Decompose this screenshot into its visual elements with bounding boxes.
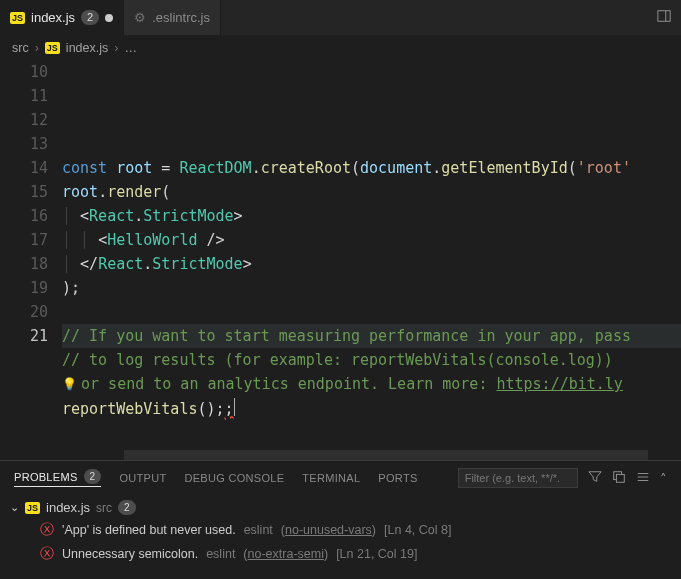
panel-tab-ports[interactable]: PORTS bbox=[378, 472, 417, 484]
line-number: 12 bbox=[0, 108, 48, 132]
gear-icon: ⚙ bbox=[134, 10, 146, 25]
problem-rule: (no-unused-vars) bbox=[281, 523, 376, 537]
problems-file-name: index.js bbox=[46, 500, 90, 515]
code-line[interactable]: // If you want to start measuring perfor… bbox=[62, 324, 681, 348]
panel-tab-debug-console[interactable]: DEBUG CONSOLE bbox=[184, 472, 284, 484]
tab-label: index.js bbox=[31, 10, 75, 25]
line-number: 17 bbox=[0, 228, 48, 252]
error-icon: ⓧ bbox=[40, 521, 54, 539]
breadcrumb-file: index.js bbox=[66, 41, 108, 55]
tab-index-js[interactable]: JS index.js 2 bbox=[0, 0, 124, 35]
split-editor-button[interactable] bbox=[647, 9, 681, 26]
problem-rule: (no-extra-semi) bbox=[243, 547, 328, 561]
code-line[interactable]: │ │ <HelloWorld /> bbox=[62, 228, 681, 252]
problems-list: ⌄ JS index.js src 2 ⓧ'App' is defined bu… bbox=[0, 495, 681, 568]
panel-tab-label: TERMINAL bbox=[302, 472, 360, 484]
tab-label: .eslintrc.js bbox=[152, 10, 210, 25]
code-area[interactable]: const root = ReactDOM.createRoot(documen… bbox=[62, 60, 681, 460]
problem-message: Unnecessary semicolon. bbox=[62, 547, 198, 561]
js-icon: JS bbox=[25, 502, 40, 514]
line-number: 14 bbox=[0, 156, 48, 180]
code-line[interactable] bbox=[62, 300, 681, 324]
problem-message: 'App' is defined but never used. bbox=[62, 523, 236, 537]
code-line[interactable]: 💡 or send to an analytics endpoint. Lear… bbox=[62, 372, 681, 397]
code-line[interactable] bbox=[62, 132, 681, 156]
svg-rect-3 bbox=[616, 474, 624, 482]
line-number: 19 bbox=[0, 276, 48, 300]
panel-tab-terminal[interactable]: TERMINAL bbox=[302, 472, 360, 484]
error-icon: ⓧ bbox=[40, 545, 54, 563]
split-editor-icon bbox=[657, 9, 671, 23]
problem-location: [Ln 21, Col 19] bbox=[336, 547, 417, 561]
code-line[interactable]: │ <React.StrictMode> bbox=[62, 204, 681, 228]
unsaved-dot-icon bbox=[105, 14, 113, 22]
code-line[interactable]: │ </React.StrictMode> bbox=[62, 252, 681, 276]
code-line[interactable]: const root = ReactDOM.createRoot(documen… bbox=[62, 156, 681, 180]
svg-rect-0 bbox=[658, 11, 670, 22]
problem-row[interactable]: ⓧUnnecessary semicolon.eslint(no-extra-s… bbox=[10, 542, 671, 566]
problem-location: [Ln 4, Col 8] bbox=[384, 523, 451, 537]
line-number: 10 bbox=[0, 60, 48, 84]
chevron-right-icon: › bbox=[114, 41, 118, 55]
code-line[interactable]: reportWebVitals();; bbox=[62, 397, 681, 421]
line-number: 21 bbox=[0, 324, 48, 348]
code-line[interactable]: root.render( bbox=[62, 180, 681, 204]
line-number: 18 bbox=[0, 252, 48, 276]
code-line[interactable]: ); bbox=[62, 276, 681, 300]
chevron-down-icon: ⌄ bbox=[10, 501, 19, 514]
line-number: 13 bbox=[0, 132, 48, 156]
panel-tab-label: OUTPUT bbox=[119, 472, 166, 484]
panel-tab-label: DEBUG CONSOLE bbox=[184, 472, 284, 484]
chevron-right-icon: › bbox=[35, 41, 39, 55]
problems-file-dir: src bbox=[96, 501, 112, 515]
panel-tab-badge: 2 bbox=[84, 469, 102, 484]
editor-tabs: JS index.js 2 ⚙ .eslintrc.js bbox=[0, 0, 681, 35]
js-icon: JS bbox=[10, 12, 25, 24]
breadcrumb-more: … bbox=[124, 41, 137, 55]
collapse-all-icon[interactable] bbox=[612, 470, 626, 487]
breadcrumb-folder: src bbox=[12, 41, 29, 55]
filter-icon[interactable] bbox=[588, 470, 602, 487]
panel-tab-label: PORTS bbox=[378, 472, 417, 484]
panel-tab-label: PROBLEMS bbox=[14, 471, 78, 483]
chevron-up-icon[interactable]: ˄ bbox=[660, 471, 667, 486]
bottom-panel: PROBLEMS2OUTPUTDEBUG CONSOLETERMINALPORT… bbox=[0, 460, 681, 568]
panel-tabs: PROBLEMS2OUTPUTDEBUG CONSOLETERMINALPORT… bbox=[0, 461, 681, 495]
problems-file-row[interactable]: ⌄ JS index.js src 2 bbox=[10, 497, 671, 518]
problems-filter-input[interactable] bbox=[458, 468, 578, 488]
js-icon: JS bbox=[45, 42, 60, 54]
tab-eslintrc-js[interactable]: ⚙ .eslintrc.js bbox=[124, 0, 221, 35]
panel-tab-output[interactable]: OUTPUT bbox=[119, 472, 166, 484]
problem-source: eslint bbox=[206, 547, 235, 561]
tab-problem-count: 2 bbox=[81, 10, 99, 25]
view-as-list-icon[interactable] bbox=[636, 470, 650, 487]
panel-tab-problems[interactable]: PROBLEMS2 bbox=[14, 469, 101, 487]
line-gutter: 101112131415161718192021 bbox=[0, 60, 62, 460]
code-editor[interactable]: 101112131415161718192021 const root = Re… bbox=[0, 60, 681, 460]
line-number: 16 bbox=[0, 204, 48, 228]
line-number: 11 bbox=[0, 84, 48, 108]
problem-source: eslint bbox=[244, 523, 273, 537]
horizontal-scrollbar[interactable] bbox=[124, 450, 648, 460]
line-number: 15 bbox=[0, 180, 48, 204]
code-line[interactable]: // to log results (for example: reportWe… bbox=[62, 348, 681, 372]
line-number: 20 bbox=[0, 300, 48, 324]
breadcrumb[interactable]: src › JS index.js › … bbox=[0, 35, 681, 60]
problems-file-count: 2 bbox=[118, 500, 136, 515]
problem-row[interactable]: ⓧ'App' is defined but never used.eslint(… bbox=[10, 518, 671, 542]
